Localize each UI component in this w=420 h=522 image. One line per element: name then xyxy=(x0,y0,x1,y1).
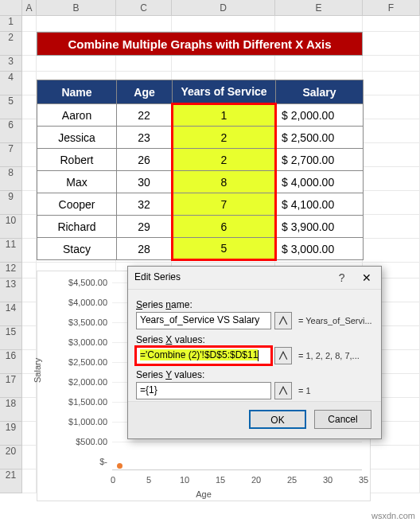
row-header-12[interactable]: 12 xyxy=(0,263,22,279)
col-header-D[interactable]: D xyxy=(172,0,275,15)
row-header-11[interactable]: 11 xyxy=(0,239,22,263)
col-header-B[interactable]: B xyxy=(37,0,116,15)
x-tick: 0 xyxy=(101,475,125,485)
row-header-5[interactable]: 5 xyxy=(0,95,22,119)
cell-name[interactable]: Richard xyxy=(37,216,117,238)
row-header-7[interactable]: 7 xyxy=(0,143,22,167)
cell-age[interactable]: 22 xyxy=(117,104,173,127)
corner-cell[interactable] xyxy=(0,0,22,15)
row-header-13[interactable]: 13 xyxy=(0,279,22,302)
row-header-10[interactable]: 10 xyxy=(0,215,22,239)
range-picker-icon[interactable] xyxy=(274,347,292,364)
x-tick: 15 xyxy=(208,475,232,485)
cell-age[interactable]: 32 xyxy=(117,193,173,216)
chart-xlabel: Age xyxy=(37,489,370,499)
row-header-21[interactable]: 21 xyxy=(0,469,22,493)
series-y-label: Series Y values: xyxy=(136,369,373,380)
row-header-4[interactable]: 4 xyxy=(0,72,22,95)
chart-ylabel: Salary xyxy=(33,358,42,383)
range-picker-icon[interactable] xyxy=(274,312,292,329)
dialog-title: Edit Series xyxy=(134,271,181,284)
cell-name[interactable]: Robert xyxy=(37,149,117,171)
row-header-20[interactable]: 20 xyxy=(0,446,22,469)
row-header-16[interactable]: 16 xyxy=(0,350,22,374)
row-header-6[interactable]: 6 xyxy=(0,119,22,143)
x-tick: 10 xyxy=(173,475,196,485)
cancel-button[interactable]: Cancel xyxy=(314,410,371,429)
row-header-9[interactable]: 9 xyxy=(0,191,22,215)
row-header-18[interactable]: 18 xyxy=(0,398,22,422)
ok-button[interactable]: OK xyxy=(249,410,306,429)
range-picker-icon[interactable] xyxy=(274,382,292,399)
table-row: Jessica 23 2 $ 2,500.00 xyxy=(37,127,364,149)
row-header-2[interactable]: 2 xyxy=(0,32,22,56)
table-row: Max 30 8 $ 4,000.00 xyxy=(37,171,364,193)
row-header-17[interactable]: 17 xyxy=(0,374,22,398)
table-row: Aaron 22 1 $ 2,000.00 xyxy=(37,104,364,127)
header-yos[interactable]: Years of Service xyxy=(173,80,276,104)
cell-salary[interactable]: $ 2,700.00 xyxy=(276,149,364,171)
cell-name[interactable]: Cooper xyxy=(37,193,117,216)
x-tick: 20 xyxy=(244,475,268,485)
row-header-14[interactable]: 14 xyxy=(0,302,22,326)
col-header-E[interactable]: E xyxy=(275,0,363,15)
close-icon[interactable]: ✕ xyxy=(359,271,375,284)
y-tick: $1,000.00 xyxy=(60,417,107,427)
series-name-input[interactable]: Years_of_Service VS Salary xyxy=(136,312,271,329)
y-tick: $3,000.00 xyxy=(60,337,107,347)
table-row: Stacy 28 5 $ 3,000.00 xyxy=(37,238,364,260)
row-header-8[interactable]: 8 xyxy=(0,167,22,191)
cell-name[interactable]: Aaron xyxy=(37,104,117,127)
cell-age[interactable]: 23 xyxy=(117,127,173,149)
cell-salary[interactable]: $ 2,500.00 xyxy=(276,127,364,149)
cell-salary[interactable]: $ 2,000.00 xyxy=(276,104,364,127)
help-icon[interactable]: ? xyxy=(339,271,345,284)
col-header-C[interactable]: C xyxy=(116,0,172,15)
cell-yos[interactable]: 5 xyxy=(173,238,276,260)
column-headers: A B C D E F xyxy=(0,0,420,16)
cell-yos[interactable]: 2 xyxy=(173,127,276,149)
header-name[interactable]: Name xyxy=(37,80,117,104)
series-x-label: Series X values: xyxy=(136,334,373,345)
row-header-15[interactable]: 15 xyxy=(0,326,22,350)
x-tick: 5 xyxy=(137,475,161,485)
cell-name[interactable]: Jessica xyxy=(37,127,117,149)
y-tick: $4,500.00 xyxy=(60,278,107,287)
cell-yos[interactable]: 2 xyxy=(173,149,276,171)
watermark: wsxdn.com xyxy=(371,511,415,520)
cell-age[interactable]: 30 xyxy=(117,171,173,193)
cell-age[interactable]: 26 xyxy=(117,149,173,171)
header-age[interactable]: Age xyxy=(117,80,173,104)
series-y-input[interactable]: ={1} xyxy=(136,382,271,399)
cell-age[interactable]: 29 xyxy=(117,216,173,238)
y-tick: $1,500.00 xyxy=(60,397,107,407)
cell-name[interactable]: Stacy xyxy=(37,238,117,260)
series-y-result: = 1 xyxy=(298,386,311,395)
header-salary[interactable]: Salary xyxy=(276,80,364,104)
cell-salary[interactable]: $ 3,000.00 xyxy=(276,238,364,260)
data-table: Name Age Years of Service Salary Aaron 2… xyxy=(37,80,364,261)
table-header-row: Name Age Years of Service Salary xyxy=(37,80,364,104)
col-header-F[interactable]: F xyxy=(363,0,420,15)
cell-age[interactable]: 28 xyxy=(117,238,173,260)
row-header-1[interactable]: 1 xyxy=(0,16,22,32)
y-tick: $2,500.00 xyxy=(60,357,107,367)
cell-yos[interactable]: 7 xyxy=(173,193,276,216)
cell-yos[interactable]: 1 xyxy=(173,104,276,127)
x-tick: 30 xyxy=(316,475,340,485)
table-row: Cooper 32 7 $ 4,100.00 xyxy=(37,193,364,216)
cell-yos[interactable]: 8 xyxy=(173,171,276,193)
cell-salary[interactable]: $ 3,900.00 xyxy=(276,216,364,238)
cell-yos[interactable]: 6 xyxy=(173,216,276,238)
y-tick: $4,000.00 xyxy=(60,298,107,307)
series-x-input[interactable]: ='Combine (2)'!$D$5:$D$11 xyxy=(136,347,271,364)
y-tick: $500.00 xyxy=(60,437,107,446)
row-header-19[interactable]: 19 xyxy=(0,422,22,446)
y-tick: $3,500.00 xyxy=(60,317,107,327)
col-header-A[interactable]: A xyxy=(22,0,37,15)
row-header-3[interactable]: 3 xyxy=(0,56,22,72)
series-x-result: = 1, 2, 2, 8, 7,... xyxy=(298,351,360,360)
cell-salary[interactable]: $ 4,100.00 xyxy=(276,193,364,216)
cell-salary[interactable]: $ 4,000.00 xyxy=(276,171,364,193)
cell-name[interactable]: Max xyxy=(37,171,117,193)
